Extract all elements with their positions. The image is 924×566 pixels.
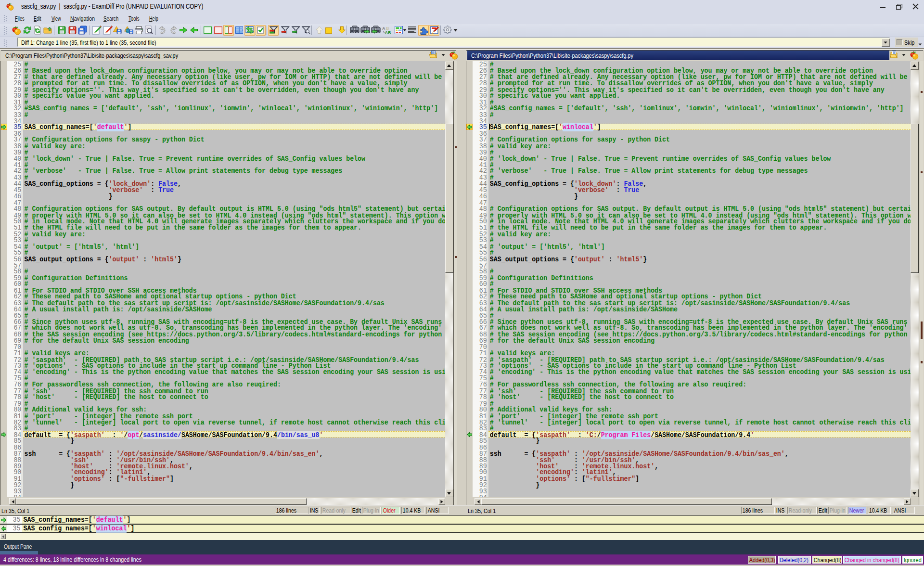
svg-text:AB: AB xyxy=(385,30,391,35)
